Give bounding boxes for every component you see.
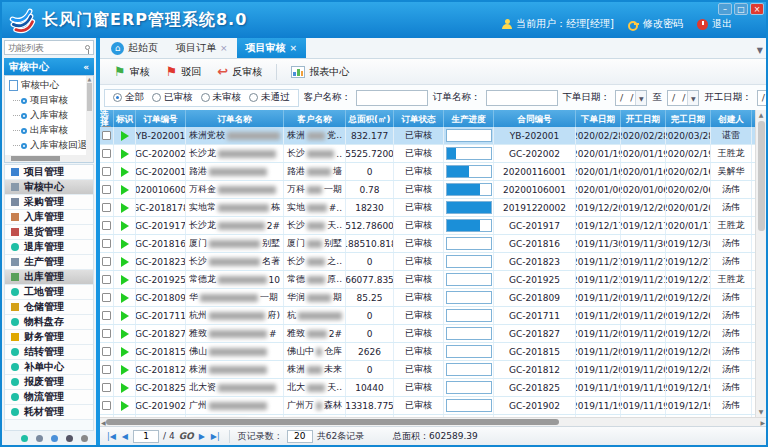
sidebar-item-11[interactable]: 财务管理 xyxy=(5,330,93,345)
dot-icon[interactable] xyxy=(21,435,28,442)
close-button[interactable]: × xyxy=(750,3,764,15)
sidebar-item-3[interactable]: 入库管理 xyxy=(5,210,93,225)
order-date-from-field[interactable]: / /▼ xyxy=(615,90,647,106)
sidebar-item-0[interactable]: 项目管理 xyxy=(5,165,93,180)
page-number-input[interactable] xyxy=(133,430,159,443)
cell-select[interactable] xyxy=(100,271,114,288)
table-row[interactable]: GC-201825北大资北大天..10440已审核GC-2018252019/1… xyxy=(100,379,755,397)
row-checkbox[interactable] xyxy=(102,203,111,212)
table-row[interactable]: GC-201902广州广州万森林13318.775已审核GC-201902201… xyxy=(100,397,755,415)
table-row[interactable]: 20200106001万科金万科一期0.78已审核202001060012020… xyxy=(100,181,755,199)
prev-page-button[interactable]: ◀ xyxy=(121,432,129,441)
toolbar-button-报表中心[interactable]: 报表中心 xyxy=(285,63,355,81)
column-header-创建人[interactable]: 创建人 xyxy=(711,110,752,127)
cell-select[interactable] xyxy=(100,379,114,396)
row-checkbox[interactable] xyxy=(102,329,111,338)
close-icon[interactable]: × xyxy=(220,43,228,53)
row-checkbox[interactable] xyxy=(102,221,111,230)
customer-name-input[interactable] xyxy=(356,90,428,106)
column-header-订单状态[interactable]: 订单状态 xyxy=(394,110,444,127)
cell-select[interactable] xyxy=(100,397,114,414)
cell-select[interactable] xyxy=(100,253,114,270)
cell-select[interactable] xyxy=(100,343,114,360)
scroll-up-icon[interactable]: ▲ xyxy=(759,110,764,120)
table-row[interactable]: GC-201815佛山佛山中仓库2626已审核GC-2018152019/11/… xyxy=(100,343,755,361)
row-checkbox[interactable] xyxy=(102,149,111,158)
sidebar-item-2[interactable]: 采购管理 xyxy=(5,195,93,210)
cell-select[interactable] xyxy=(100,181,114,198)
column-header-客户名称[interactable]: 客户名称 xyxy=(284,110,346,127)
radio-已审核[interactable]: 已审核 xyxy=(152,91,193,104)
scrollbar-thumb[interactable] xyxy=(106,419,559,425)
tree-item-2[interactable]: 出库审核 xyxy=(9,123,85,138)
sidebar-item-12[interactable]: 结转管理 xyxy=(5,345,93,360)
tree-horizontal-scrollbar[interactable] xyxy=(5,155,86,162)
cell-select[interactable] xyxy=(100,127,114,144)
row-checkbox[interactable] xyxy=(102,311,111,320)
row-checkbox[interactable] xyxy=(102,257,111,266)
column-header-生产进度[interactable]: 生产进度 xyxy=(444,110,494,127)
tree-vertical-scrollbar[interactable]: ▲ xyxy=(86,76,93,162)
cell-select[interactable] xyxy=(100,163,114,180)
sidebar-item-4[interactable]: 退货管理 xyxy=(5,225,93,240)
sidebar-item-14[interactable]: 报废管理 xyxy=(5,375,93,390)
tab-项目订单[interactable]: 项目订单× xyxy=(167,38,237,58)
toolbar-button-审核[interactable]: ⚑审核 xyxy=(108,63,156,81)
collapse-icon[interactable]: « xyxy=(83,62,89,72)
row-checkbox[interactable] xyxy=(102,131,111,140)
column-header-完工日期[interactable]: 完工日期 xyxy=(666,110,711,127)
pin-icon[interactable] xyxy=(85,45,90,50)
row-checkbox[interactable] xyxy=(102,383,111,392)
next-page-button[interactable]: ▶ xyxy=(198,432,206,441)
row-checkbox[interactable] xyxy=(102,347,111,356)
cell-select[interactable] xyxy=(100,325,114,342)
order-date-to-field[interactable]: / /▼ xyxy=(667,90,699,106)
sidebar-item-13[interactable]: 补单中心 xyxy=(5,360,93,375)
sidebar-item-6[interactable]: 生产管理 xyxy=(5,255,93,270)
cell-select[interactable] xyxy=(100,199,114,216)
minimize-button[interactable]: – xyxy=(718,3,732,15)
table-row[interactable]: GC-201925常德龙10常德原..266077.835..已审核GC-201… xyxy=(100,271,755,289)
tree-item-3[interactable]: 入库审核回退 xyxy=(9,138,85,153)
cell-select[interactable] xyxy=(100,361,114,378)
order-name-input[interactable] xyxy=(486,90,558,106)
column-header-开工日期[interactable]: 开工日期 xyxy=(621,110,666,127)
table-row[interactable]: GC-201812株洲株洲未来0已审核GC-2018122019/11/2020… xyxy=(100,361,755,379)
sidebar-item-9[interactable]: 仓储管理 xyxy=(5,300,93,315)
column-header-标识[interactable]: 标识 xyxy=(114,110,136,127)
start-date-field[interactable]: / /▼ xyxy=(757,90,766,106)
row-checkbox[interactable] xyxy=(102,401,111,410)
column-header-选择[interactable]: 选择 xyxy=(100,110,114,127)
sidebar-panel-header[interactable]: 审核中心 « xyxy=(4,58,94,75)
row-checkbox[interactable] xyxy=(102,365,111,374)
sidebar-item-5[interactable]: 退库管理 xyxy=(5,240,93,255)
cart-icon[interactable] xyxy=(36,435,43,442)
radio-未通过[interactable]: 未通过 xyxy=(249,91,290,104)
row-checkbox[interactable] xyxy=(102,275,111,284)
leaf-icon[interactable] xyxy=(51,435,58,442)
person-icon[interactable] xyxy=(66,435,73,442)
table-row[interactable]: GC-201711杭州府)杭0已审核GC-2017112019/11/20201… xyxy=(100,307,755,325)
cell-select[interactable] xyxy=(100,235,114,252)
page-size-input[interactable] xyxy=(287,430,313,443)
table-row[interactable]: GC-201917长沙龙2#长沙天..8512.78600..已审核GC-201… xyxy=(100,217,755,235)
logout-button[interactable]: 退出 xyxy=(697,17,732,31)
radio-未审核[interactable]: 未审核 xyxy=(201,91,242,104)
row-checkbox[interactable] xyxy=(102,293,111,302)
change-password-button[interactable]: 修改密码 xyxy=(628,17,683,31)
first-page-button[interactable]: |◀ xyxy=(106,432,117,441)
column-header-订单编号[interactable]: 订单编号 xyxy=(136,110,186,127)
cell-select[interactable] xyxy=(100,145,114,162)
table-row[interactable]: GC-202001路港路港墙0已审核202001160012020/01/162… xyxy=(100,163,755,181)
sidebar-item-7[interactable]: 出库管理 xyxy=(5,270,93,285)
table-vertical-scrollbar[interactable]: ▲ ▼ xyxy=(755,110,766,417)
tab-overflow-icon[interactable]: ▼ xyxy=(757,46,763,55)
row-checkbox[interactable] xyxy=(102,239,111,248)
function-search[interactable] xyxy=(4,40,94,55)
tab-项目审核[interactable]: 项目审核× xyxy=(237,38,307,58)
table-row[interactable]: YB-202001株洲党校株洲党..832.177已审核YB-202001202… xyxy=(100,127,755,145)
column-header-合同编号[interactable]: 合同编号 xyxy=(494,110,576,127)
sidebar-item-8[interactable]: 工地管理 xyxy=(5,285,93,300)
tree-item-0[interactable]: 项目审核 xyxy=(9,93,85,108)
toolbar-button-驳回[interactable]: ⚑驳回 xyxy=(160,63,208,81)
